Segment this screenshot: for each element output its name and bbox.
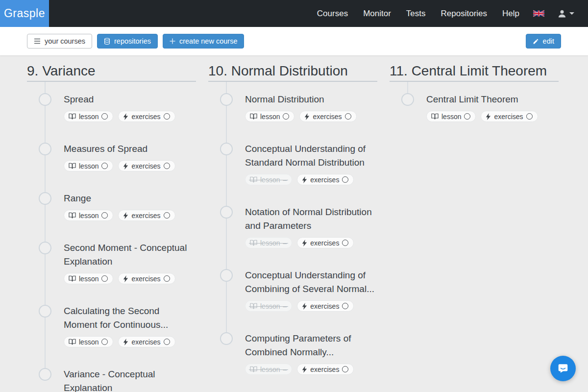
topic-title[interactable]: Second Moment - Conceptual Explanation (64, 241, 194, 269)
lightning-icon (123, 339, 128, 345)
columns: 9. Variance Spread lesson (27, 62, 561, 392)
timeline-node (220, 332, 233, 345)
timeline-node (39, 93, 51, 106)
topic-row: Calculating the Second Moment for Contin… (27, 304, 196, 347)
timeline-node (39, 242, 51, 254)
topic-title[interactable]: Range (64, 192, 194, 205)
lightning-icon (123, 113, 128, 120)
topic-title[interactable]: Conceptual Understanding of Combining of… (245, 269, 375, 296)
exercises-badge[interactable]: exercises (481, 111, 538, 122)
lesson-badge[interactable]: lesson (426, 111, 476, 122)
user-icon (557, 9, 567, 19)
chat-launcher-button[interactable] (550, 356, 576, 381)
topic-title[interactable]: Measures of Spread (64, 142, 194, 156)
timeline-node (220, 206, 233, 219)
lesson-badge[interactable]: lesson (64, 111, 113, 122)
lesson-status: – (283, 240, 287, 246)
topic-row: Measures of Spread lesson exercises (27, 142, 196, 172)
your-courses-button[interactable]: your courses (27, 34, 92, 49)
nav-item-tests[interactable]: Tests (406, 9, 426, 19)
exercises-badge[interactable]: exercises (297, 300, 354, 312)
lightning-icon (123, 275, 128, 282)
nav-item-help[interactable]: Help (502, 9, 519, 19)
lightning-icon (302, 240, 307, 246)
brand-logo[interactable]: Grasple (0, 0, 49, 27)
main-nav: Courses Monitor Tests Repositories Help (302, 0, 588, 27)
exercises-label: exercises (131, 212, 160, 220)
open-book-icon (250, 240, 257, 246)
lesson-status (101, 113, 108, 120)
column-items: Spread lesson exercises (27, 82, 196, 392)
exercises-label: exercises (131, 275, 160, 283)
topic-title[interactable]: Notation of Normal Distribution and Para… (245, 205, 375, 233)
topic-title[interactable]: Computing Parameters of Combined Normall… (245, 332, 375, 359)
nav-item-repositories[interactable]: Repositories (441, 9, 488, 19)
exercises-status (342, 366, 348, 372)
exercises-badge[interactable]: exercises (118, 111, 175, 122)
lightning-icon (486, 113, 491, 120)
navbar: Grasple Courses Monitor Tests Repositori… (0, 0, 588, 27)
topic-row: Range lesson exercises (27, 192, 196, 221)
exercises-badge[interactable]: exercises (118, 210, 175, 221)
pencil-icon (533, 38, 539, 45)
exercises-badge[interactable]: exercises (297, 364, 354, 375)
exercises-label: exercises (494, 113, 523, 121)
lesson-badge[interactable]: lesson – (245, 237, 292, 248)
lesson-badge[interactable]: lesson – (245, 174, 292, 185)
topic-title[interactable]: Calculating the Second Moment for Contin… (64, 304, 194, 332)
open-book-icon (69, 339, 76, 345)
topic-title[interactable]: Normal Distribution (245, 93, 375, 106)
lesson-badge[interactable]: lesson (245, 111, 294, 122)
lesson-status: – (283, 303, 287, 310)
edit-button[interactable]: edit (526, 34, 561, 49)
lesson-badge[interactable]: lesson (64, 273, 113, 284)
timeline-node (401, 93, 414, 106)
user-menu[interactable] (557, 9, 574, 19)
exercises-badge[interactable]: exercises (118, 336, 175, 347)
lightning-icon (302, 366, 307, 373)
exercises-status (342, 240, 348, 246)
lesson-badge[interactable]: lesson – (245, 364, 292, 375)
lightning-icon (302, 303, 307, 310)
lesson-badge[interactable]: lesson (64, 160, 113, 172)
topic-title[interactable]: Spread (64, 93, 194, 106)
create-new-course-button[interactable]: create new course (163, 34, 244, 49)
chat-bubble-icon (557, 362, 569, 375)
timeline-node (39, 305, 51, 318)
topic-title[interactable]: Variance - Conceptual Explanation (64, 368, 194, 392)
topic-row: Second Moment - Conceptual Explanation l… (27, 241, 196, 284)
exercises-status (164, 212, 170, 219)
course-column: 9. Variance Spread lesson (27, 62, 196, 392)
uk-flag-icon[interactable] (533, 10, 544, 17)
lesson-status (283, 113, 289, 120)
timeline-node (220, 269, 233, 282)
repositories-button[interactable]: repositories (97, 34, 158, 49)
timeline-node (39, 192, 51, 205)
lesson-label: lesson (260, 239, 280, 247)
topic-title[interactable]: Central Limit Theorem (426, 93, 557, 106)
lesson-badge[interactable]: lesson – (245, 300, 292, 312)
exercises-label: exercises (310, 366, 339, 373)
exercises-label: exercises (310, 239, 339, 247)
exercises-status (526, 113, 533, 120)
lesson-status: – (283, 366, 287, 373)
topic-row: Conceptual Understanding of Standard Nor… (208, 142, 377, 185)
lightning-icon (302, 176, 307, 183)
lesson-status (101, 163, 108, 169)
exercises-label: exercises (310, 302, 339, 310)
topic-row: Variance - Conceptual Explanation lesson… (27, 368, 196, 392)
exercises-label: exercises (310, 176, 339, 184)
topic-row: Central Limit Theorem lesson exercises (390, 93, 559, 122)
nav-item-monitor[interactable]: Monitor (363, 9, 391, 19)
exercises-badge[interactable]: exercises (297, 174, 354, 185)
exercises-badge[interactable]: exercises (297, 237, 354, 248)
exercises-badge[interactable]: exercises (118, 273, 175, 284)
open-book-icon (69, 163, 76, 169)
exercises-badge[interactable]: exercises (118, 160, 175, 172)
chevron-down-icon (569, 12, 574, 15)
exercises-badge[interactable]: exercises (299, 111, 356, 122)
lesson-badge[interactable]: lesson (64, 210, 113, 221)
nav-item-courses[interactable]: Courses (317, 9, 348, 19)
topic-title[interactable]: Conceptual Understanding of Standard Nor… (245, 142, 375, 170)
lesson-badge[interactable]: lesson (64, 336, 113, 347)
